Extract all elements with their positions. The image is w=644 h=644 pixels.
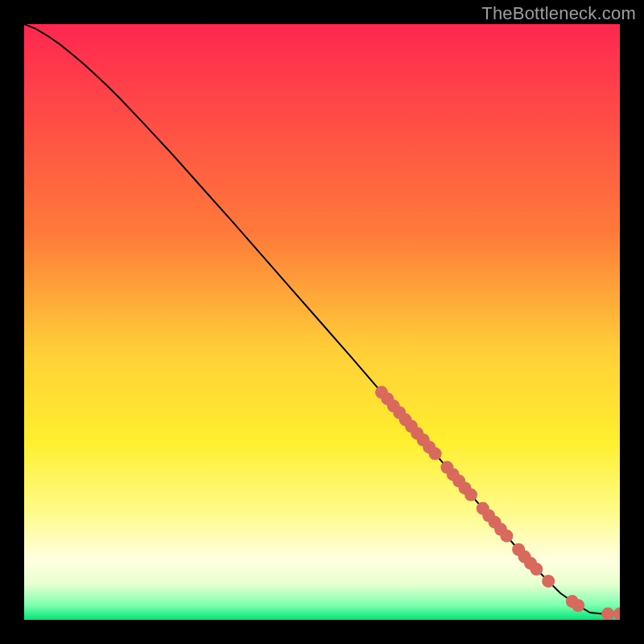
bottleneck-chart [24, 24, 620, 620]
gradient-background [24, 24, 620, 620]
data-point [500, 530, 513, 543]
data-point [530, 563, 543, 576]
data-point [429, 448, 442, 460]
plot-area [24, 24, 620, 620]
chart-frame: TheBottleneck.com [0, 0, 644, 644]
data-point [572, 599, 584, 612]
data-point [464, 489, 477, 502]
data-point [542, 575, 555, 588]
attribution-label: TheBottleneck.com [481, 3, 636, 24]
data-point [601, 608, 614, 620]
